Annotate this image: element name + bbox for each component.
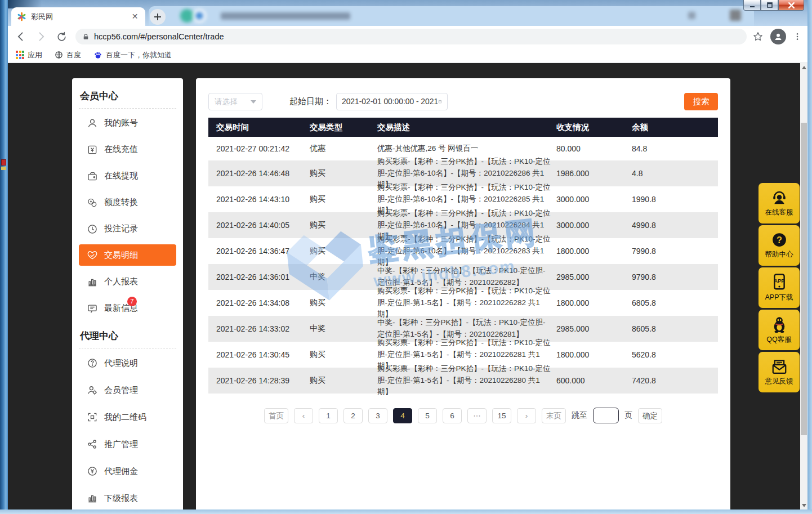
background-window [149, 6, 754, 26]
sidebar-item-agent-info[interactable]: 代理说明 [72, 350, 183, 377]
bookmark-baidu[interactable]: 百度 [55, 50, 81, 60]
bookmark-apps[interactable]: 应用 [16, 50, 42, 60]
question-circle-icon [87, 357, 98, 369]
lock-icon [82, 33, 90, 41]
reload-button[interactable] [54, 29, 69, 44]
qq-penguin-icon [770, 315, 788, 333]
address-bar[interactable]: hccp56.com/#/personalCenter/trade [75, 29, 747, 44]
qq-service-button[interactable]: QQ客服 [759, 310, 800, 350]
sidebar-item-commission[interactable]: 代理佣金 [72, 458, 183, 485]
recharge-icon [87, 144, 98, 155]
back-button[interactable] [14, 29, 28, 44]
account-icon [87, 118, 98, 129]
toolbar-right [747, 29, 807, 44]
site-favicon-star-icon [17, 12, 26, 21]
sidebar-item-trade-detail[interactable]: 交易明细 [79, 244, 176, 266]
page-scrollbar[interactable] [800, 63, 807, 509]
bookmark-apps-label: 应用 [28, 50, 42, 60]
background-window-favicon-2 [193, 9, 206, 23]
jump-confirm-button[interactable]: 确定 [638, 408, 662, 423]
page-button-5[interactable]: 5 [418, 408, 437, 423]
page-button-15[interactable]: 15 [492, 408, 511, 423]
help-center-button[interactable]: ? 帮助中心 [759, 225, 800, 266]
tab-close-icon[interactable]: ✕ [130, 12, 140, 21]
maximize-button[interactable] [761, 0, 778, 11]
page-unit-label: 页 [624, 410, 632, 421]
sub-report-icon [87, 493, 98, 504]
date-label: 起始日期： [289, 96, 332, 107]
sidebar-item-member-manage[interactable]: 会员管理 [72, 377, 183, 404]
type-select[interactable]: 请选择 [208, 93, 262, 110]
date-range-input[interactable]: 2021-02-01 00:00:00 - 2021 [336, 93, 448, 110]
page-ellipsis[interactable]: ⋯ [467, 408, 487, 423]
sidebar-item-news[interactable]: 最新信息 7 [72, 295, 183, 321]
page-button-4-active[interactable]: 4 [393, 408, 412, 423]
desktop-icon [1, 159, 6, 166]
page-next-button[interactable]: › [517, 408, 536, 423]
news-badge: 7 [127, 297, 137, 306]
bookmark-baidu-search-label: 百度一下，你就知道 [106, 50, 172, 60]
help-icon: ? [771, 231, 788, 248]
scrollbar-thumb[interactable] [801, 123, 807, 435]
sidebar-item-qrcode[interactable]: 我的二维码 [72, 404, 183, 431]
baidu-paw-icon [93, 51, 102, 60]
page-button-6[interactable]: 6 [443, 408, 462, 423]
customer-service-icon [770, 189, 788, 206]
page-prev-button[interactable]: ‹ [294, 408, 313, 423]
scroll-up-icon[interactable] [800, 63, 807, 71]
browser-menu-icon[interactable] [793, 32, 802, 42]
floating-widgets: 在线客服 ? 帮助中心 APP APP下载 [759, 183, 800, 392]
sidebar-item-sub-report[interactable]: 下级报表 [72, 485, 183, 509]
bookmark-baidu-label: 百度 [66, 50, 81, 60]
background-window-newtab [730, 10, 741, 21]
sidebar-item-withdraw[interactable]: 在线提现 [72, 163, 183, 189]
table-row: 2021-02-26 14:36:47 购买 购买彩票-【彩种：三分PK拾】-【… [208, 238, 718, 264]
member-center-title: 会员中心 [72, 87, 183, 108]
page-button-3[interactable]: 3 [368, 408, 387, 423]
bookmark-star-icon[interactable] [752, 31, 764, 42]
page-button-1[interactable]: 1 [319, 408, 338, 423]
sidebar-item-bet-record[interactable]: 投注记录 [72, 216, 183, 242]
window-right-border [807, 0, 812, 514]
browser-toolbar: hccp56.com/#/personalCenter/trade [8, 26, 807, 47]
search-button[interactable]: 搜索 [684, 93, 718, 110]
jump-page-input[interactable] [593, 408, 619, 423]
calendar-icon [438, 97, 442, 106]
svg-text:APP: APP [774, 278, 784, 284]
transactions-table: 交易时间 交易类型 交易描述 收支情况 余额 2021-02-27 00:21:… [208, 118, 718, 394]
background-window-close [688, 12, 695, 19]
browser-tab[interactable]: 彩民网 ✕ [11, 7, 145, 26]
wallet-icon [87, 171, 98, 182]
sidebar-item-promotion[interactable]: 推广管理 [72, 431, 183, 458]
desktop-edge [0, 0, 8, 514]
sidebar-item-convert[interactable]: 额度转换 [72, 189, 183, 216]
page-button-2[interactable]: 2 [343, 408, 363, 423]
online-service-button[interactable]: 在线客服 [759, 183, 800, 224]
feedback-envelope-icon [770, 358, 788, 375]
app-download-button[interactable]: APP APP下载 [759, 267, 800, 308]
member-manage-icon [87, 385, 98, 396]
main-content: 请选择 起始日期： 2021-02-01 00:00:00 - 2021 搜索 … [196, 78, 730, 509]
sidebar-item-personal-report[interactable]: 个人报表 [72, 269, 183, 295]
page-viewport: 会员中心 我的账号 在线充值 在线提现 额度转换 [8, 63, 800, 509]
background-window-favicon [180, 9, 194, 23]
filter-row: 请选择 起始日期： 2021-02-01 00:00:00 - 2021 搜索 [208, 93, 718, 110]
close-button[interactable] [778, 0, 804, 11]
sidebar-item-recharge[interactable]: 在线充值 [72, 136, 183, 163]
bookmark-baidu-search[interactable]: 百度一下，你就知道 [93, 50, 172, 60]
url-text: hccp56.com/#/personalCenter/trade [94, 32, 224, 41]
jump-label: 跳至 [572, 410, 587, 421]
feedback-button[interactable]: 意见反馈 [759, 352, 800, 392]
sidebar: 会员中心 我的账号 在线充值 在线提现 额度转换 [72, 78, 183, 509]
page-last-button[interactable]: 末页 [542, 408, 566, 423]
page-first-button[interactable]: 首页 [264, 408, 288, 423]
scroll-down-icon[interactable] [800, 501, 807, 509]
desktop-icon-2 [1, 167, 6, 170]
clock-icon [87, 224, 98, 235]
minimize-button[interactable] [743, 0, 761, 11]
new-tab-button[interactable] [150, 9, 166, 25]
profile-avatar[interactable] [770, 29, 786, 44]
table-row: 2021-02-26 14:28:39 购买 购买彩票-【彩种：三分PK拾】-【… [208, 368, 718, 394]
sidebar-item-account[interactable]: 我的账号 [72, 110, 183, 136]
forward-button[interactable] [34, 29, 48, 44]
